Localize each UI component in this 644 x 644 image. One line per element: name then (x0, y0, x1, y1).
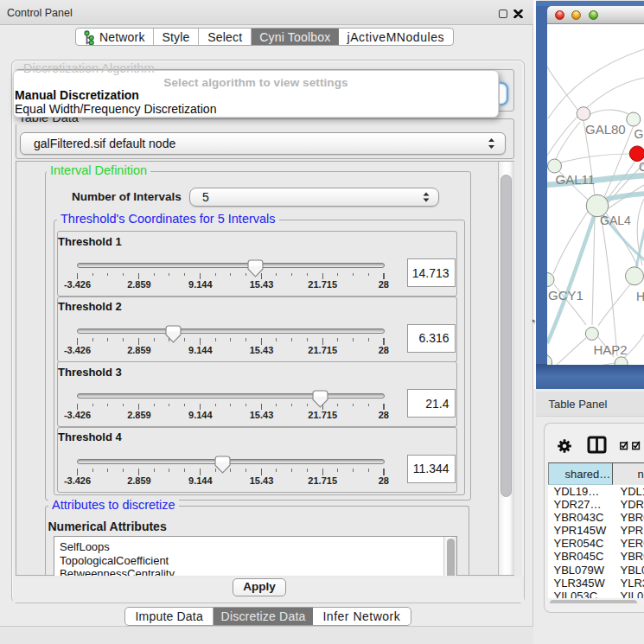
svg-text:GAL11: GAL11 (556, 172, 596, 187)
svg-text:G.: G. (634, 127, 644, 141)
svg-text:GCY1: GCY1 (548, 288, 583, 303)
svg-text:HAP2: HAP2 (594, 341, 628, 356)
svg-text:H: H (636, 290, 644, 303)
svg-text:GAL80: GAL80 (585, 121, 626, 136)
svg-text:C: C (639, 160, 644, 174)
svg-text:GAL4: GAL4 (600, 213, 631, 226)
